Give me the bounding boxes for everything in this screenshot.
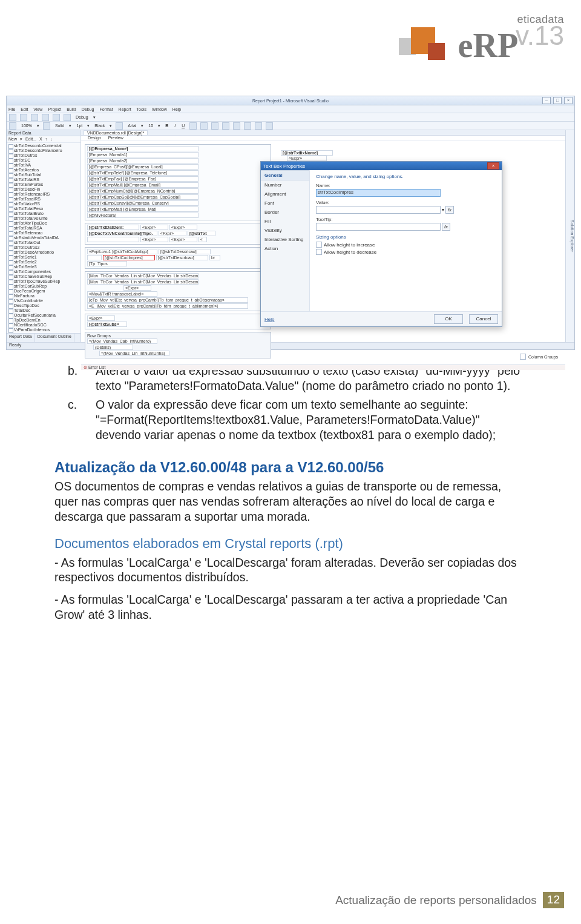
window-close-button[interactable]: × — [564, 97, 573, 104]
menu-edit[interactable]: Edit — [21, 107, 28, 111]
dlg-side-border[interactable]: Border — [261, 208, 309, 217]
menu-file[interactable]: File — [8, 107, 15, 111]
toolbar-icon[interactable] — [53, 114, 60, 121]
error-list-tab[interactable]: ⊘ Error List — [81, 365, 565, 370]
tree-item[interactable]: strTxtChaveSubRep — [8, 274, 79, 279]
tree-item[interactable]: strTxtIVA — [8, 163, 79, 168]
tree-item[interactable]: strTxtTotalBruto — [8, 211, 79, 216]
rpt-cell[interactable]: [@strTxtEmpConsv][@Empresa_Conserv] — [87, 200, 199, 206]
menu-report[interactable]: Report — [119, 107, 131, 111]
toolbar-icon[interactable] — [9, 122, 16, 130]
tree-item[interactable]: strTxtSerie2 — [8, 260, 79, 265]
menu-tools[interactable]: Tools — [137, 107, 146, 111]
toolbar-icon[interactable] — [43, 122, 50, 130]
toolbar-line-color[interactable]: Black — [93, 124, 106, 128]
rpt-cell[interactable]: «Expr» — [140, 225, 168, 230]
dlg-ok-button[interactable]: OK — [434, 314, 463, 324]
tree-item[interactable]: NivFactura — [8, 294, 79, 299]
rpt-cell[interactable]: [@strTxtEmpTelef] [@Empresa_Telefone] — [87, 170, 199, 176]
rpt-cell-selected[interactable]: [@strTxtCodImpres] — [103, 255, 155, 260]
dlg-side-fill[interactable]: Fill — [261, 217, 309, 226]
rpt-header[interactable]: [@Empresa_Nome] — [87, 146, 199, 151]
toolbar-line-weight[interactable]: 1pt — [75, 124, 84, 128]
dlg-side-interactive-sorting[interactable]: Interactive Sorting — [261, 235, 309, 244]
menu-view[interactable]: View — [33, 107, 42, 111]
rpt-cell[interactable]: [Empresa_Morada2] — [87, 158, 199, 163]
toolbar-italic-icon[interactable]: I — [173, 124, 177, 128]
toolbar-underline-icon[interactable]: U — [180, 124, 186, 128]
toolbar-icon[interactable] — [266, 122, 273, 130]
rpt-cell[interactable]: « — [199, 237, 207, 242]
tree-item[interactable]: strTxtTaxaIRS — [8, 197, 79, 202]
tree-item[interactable]: strTxtDescontoComercial — [8, 144, 79, 148]
tree-item[interactable]: strTxtAcertos — [8, 168, 79, 173]
rpt-cell[interactable]: [Mov_TbCor_Vendas_Lin.strC[Mov_Vendas_Li… — [87, 273, 199, 279]
dialog-close-button[interactable]: × — [487, 162, 499, 170]
tree-item[interactable]: TotalDoc — [8, 308, 79, 313]
tree-item[interactable]: DescTipoDoc — [8, 303, 79, 308]
tab-design[interactable]: Design — [88, 136, 101, 140]
tree-item[interactable]: DocPecoOrigem — [8, 289, 79, 294]
tree-item[interactable]: strTxtDescFin — [8, 187, 79, 192]
dialog-side-nav[interactable]: General Number Alignment Font Border Fil… — [261, 170, 310, 311]
menu-build[interactable]: Build — [67, 107, 76, 111]
toolbar-icon[interactable] — [200, 122, 208, 130]
vs-toolbar-2[interactable]: 100% ▾ Solid ▾ 1pt ▾ Black ▾ Arial ▾ 10 … — [7, 122, 574, 130]
rpt-cell[interactable]: [@strTxtEmpFax] [@Empresa_Fax] — [87, 176, 199, 182]
vs-toolbar-1[interactable]: Debug ▾ — [7, 113, 574, 122]
dlg-side-general[interactable]: General — [261, 170, 309, 180]
rpt-cell[interactable]: [@DocTxtVNContribuinte][Tipo. — [87, 231, 157, 236]
report-data-delete[interactable]: X — [39, 137, 42, 142]
rpt-cell[interactable]: [@NivFactura] — [87, 213, 199, 218]
dlg-cb-increase[interactable] — [316, 242, 322, 248]
tree-item[interactable]: OcultarRefSecundaria — [8, 313, 79, 318]
rpt-cell[interactable]: [Mov_TbCor_Vendas_Lin.strC[Mov_Vendas_Li… — [87, 279, 199, 285]
tab-document-outline[interactable]: Document Outline — [35, 334, 74, 342]
rpt-cell[interactable]: [@strTxtEmpCapSoB@][@Empresa_CapSocial] — [87, 194, 199, 200]
menu-help[interactable]: Help — [172, 107, 181, 111]
rpt-cell[interactable]: [@strTxtEmpNumCt@][@Empresa_NContrib] — [87, 188, 199, 194]
dlg-value-fx-button[interactable]: fx — [445, 206, 454, 214]
tree-item[interactable]: strTxtDescArredondo — [8, 250, 79, 255]
toolbar-icon[interactable] — [9, 114, 16, 121]
toolbar-icon[interactable] — [116, 122, 123, 130]
rpt-cell[interactable]: «Fxpr» — [159, 231, 186, 236]
tree-item[interactable]: VIsContribuinte — [8, 299, 79, 303]
report-data-up-icon[interactable]: ↑ — [45, 137, 48, 142]
tree-item[interactable]: VrParaDocInternos — [8, 328, 79, 332]
menu-window[interactable]: Window — [152, 107, 167, 111]
toolbar-debug-combo[interactable]: Debug — [74, 115, 90, 119]
tree-item[interactable]: strTxtTipoChaveSubRep — [8, 279, 79, 284]
tree-item[interactable]: strTxtAbrTipoDoc — [8, 221, 79, 226]
tree-item[interactable]: strTxtOutros2 — [8, 245, 79, 250]
dlg-tooltip-fx-button[interactable]: fx — [442, 223, 450, 231]
document-tab[interactable]: VNDDocumentos.rdl [Design]* — [84, 130, 148, 135]
tree-item[interactable]: strTxtRetencao — [8, 231, 79, 236]
dlg-side-action[interactable]: Action — [261, 244, 309, 253]
toolbar-icon[interactable] — [211, 122, 218, 130]
rpt-tablix-label[interactable]: [@strTxtlixNome] — [281, 150, 333, 156]
toolbar-line-style[interactable]: Solid — [54, 124, 66, 128]
tree-item[interactable]: strTxtValorRS — [8, 202, 79, 206]
row-group[interactable]: =(Mov_Vendas_Lin_intNumLinha) — [99, 351, 169, 356]
tree-item[interactable]: strTxtRetencaoIRS — [8, 192, 79, 197]
dlg-cb-decrease[interactable] — [316, 249, 322, 255]
dlg-side-number[interactable]: Number — [261, 180, 309, 190]
rpt-cell[interactable]: [@strTxtDescricao] — [156, 255, 208, 260]
toolbar-icon[interactable] — [31, 114, 38, 121]
rpt-cell[interactable]: [@strTxtSubs» — [87, 322, 127, 327]
rpt-cell[interactable]: «Expr» — [140, 237, 168, 242]
tree-item[interactable]: strTxtSubTotal — [8, 173, 79, 177]
vs-menubar[interactable]: File Edit View Project Build Debug Forma… — [7, 105, 574, 113]
toolbar-icon[interactable] — [20, 114, 27, 121]
tree-item[interactable]: strTxtTotalRS — [8, 177, 79, 182]
rpt-cell[interactable]: «Expr» — [169, 225, 197, 230]
tree-item[interactable]: strTxtCorSubRep — [8, 284, 79, 289]
dlg-cancel-button[interactable]: Cancel — [469, 314, 498, 324]
rpt-cell[interactable]: [eTp_Mov_vd]Etc_vervsa_preCamb[|Tb_tom_p… — [87, 297, 248, 303]
window-min-button[interactable]: – — [542, 97, 551, 104]
tree-item[interactable]: strTxtComponentes — [8, 269, 79, 274]
tree-item[interactable]: strTxtEmPortes — [8, 182, 79, 187]
tree-item[interactable]: strTxtEC — [8, 158, 79, 163]
rpt-cell[interactable]: «Mov&TxtR transposeLabel» — [87, 291, 157, 297]
